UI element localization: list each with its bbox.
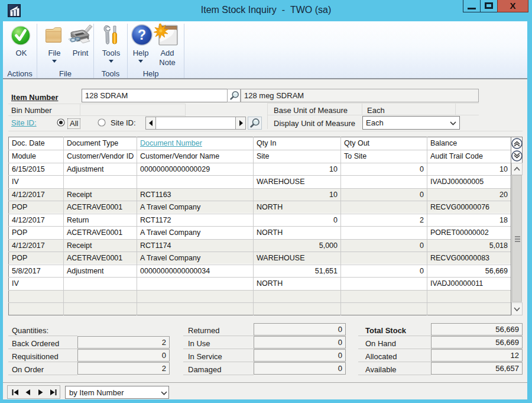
svg-text:?: ? <box>138 27 146 43</box>
